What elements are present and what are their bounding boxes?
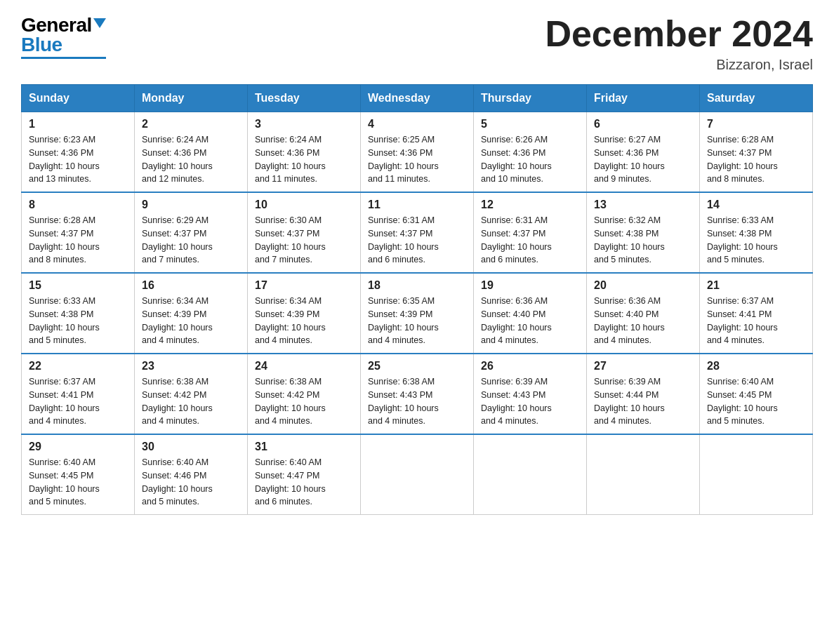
day-number: 26: [481, 360, 579, 373]
table-row: 12 Sunrise: 6:31 AMSunset: 4:37 PMDaylig…: [474, 192, 587, 273]
day-number: 8: [29, 199, 127, 211]
table-row: 1 Sunrise: 6:23 AMSunset: 4:36 PMDayligh…: [22, 112, 135, 193]
day-number: 24: [255, 360, 353, 373]
table-row: 13 Sunrise: 6:32 AMSunset: 4:38 PMDaylig…: [587, 192, 700, 273]
day-number: 14: [707, 199, 805, 211]
calendar-week-row: 1 Sunrise: 6:23 AMSunset: 4:36 PMDayligh…: [22, 112, 813, 193]
day-number: 25: [368, 360, 466, 373]
day-number: 1: [29, 118, 127, 130]
calendar-week-row: 15 Sunrise: 6:33 AMSunset: 4:38 PMDaylig…: [22, 273, 813, 354]
table-row: 6 Sunrise: 6:27 AMSunset: 4:36 PMDayligh…: [587, 112, 700, 193]
day-number: 18: [368, 279, 466, 292]
day-info: Sunrise: 6:33 AMSunset: 4:38 PMDaylight:…: [29, 295, 127, 347]
table-row: 15 Sunrise: 6:33 AMSunset: 4:38 PMDaylig…: [22, 273, 135, 354]
table-row: 18 Sunrise: 6:35 AMSunset: 4:39 PMDaylig…: [361, 273, 474, 354]
table-row: 10 Sunrise: 6:30 AMSunset: 4:37 PMDaylig…: [248, 192, 361, 273]
table-row: 14 Sunrise: 6:33 AMSunset: 4:38 PMDaylig…: [700, 192, 813, 273]
day-info: Sunrise: 6:31 AMSunset: 4:37 PMDaylight:…: [368, 214, 466, 267]
table-row: 30 Sunrise: 6:40 AMSunset: 4:46 PMDaylig…: [135, 434, 248, 515]
day-number: 31: [255, 441, 353, 453]
day-info: Sunrise: 6:37 AMSunset: 4:41 PMDaylight:…: [707, 295, 805, 347]
logo: General Blue: [21, 14, 106, 59]
table-row: 9 Sunrise: 6:29 AMSunset: 4:37 PMDayligh…: [135, 192, 248, 273]
table-row: 29 Sunrise: 6:40 AMSunset: 4:45 PMDaylig…: [22, 434, 135, 515]
day-number: 4: [368, 118, 466, 130]
day-info: Sunrise: 6:26 AMSunset: 4:36 PMDaylight:…: [481, 133, 579, 186]
header-title-block: December 2024 Bizzaron, Israel: [545, 14, 813, 73]
table-row: 3 Sunrise: 6:24 AMSunset: 4:36 PMDayligh…: [248, 112, 361, 193]
calendar-week-row: 29 Sunrise: 6:40 AMSunset: 4:45 PMDaylig…: [22, 434, 813, 515]
day-info: Sunrise: 6:29 AMSunset: 4:37 PMDaylight:…: [142, 214, 240, 267]
day-number: 29: [29, 441, 127, 453]
day-number: 17: [255, 279, 353, 292]
day-info: Sunrise: 6:33 AMSunset: 4:38 PMDaylight:…: [707, 214, 805, 267]
day-info: Sunrise: 6:38 AMSunset: 4:43 PMDaylight:…: [368, 375, 466, 428]
day-info: Sunrise: 6:28 AMSunset: 4:37 PMDaylight:…: [707, 133, 805, 186]
day-info: Sunrise: 6:40 AMSunset: 4:46 PMDaylight:…: [142, 456, 240, 509]
col-friday: Friday: [587, 85, 700, 112]
day-info: Sunrise: 6:34 AMSunset: 4:39 PMDaylight:…: [255, 295, 353, 347]
table-row: 4 Sunrise: 6:25 AMSunset: 4:36 PMDayligh…: [361, 112, 474, 193]
logo-triangle-icon: [93, 18, 106, 28]
table-row: [361, 434, 474, 515]
col-tuesday: Tuesday: [248, 85, 361, 112]
table-row: 31 Sunrise: 6:40 AMSunset: 4:47 PMDaylig…: [248, 434, 361, 515]
day-number: 22: [29, 360, 127, 373]
day-info: Sunrise: 6:38 AMSunset: 4:42 PMDaylight:…: [255, 375, 353, 428]
day-info: Sunrise: 6:34 AMSunset: 4:39 PMDaylight:…: [142, 295, 240, 347]
day-info: Sunrise: 6:37 AMSunset: 4:41 PMDaylight:…: [29, 375, 127, 428]
table-row: 28 Sunrise: 6:40 AMSunset: 4:45 PMDaylig…: [700, 354, 813, 434]
day-number: 2: [142, 118, 240, 130]
table-row: [700, 434, 813, 515]
day-number: 20: [594, 279, 692, 292]
day-number: 30: [142, 441, 240, 453]
day-info: Sunrise: 6:36 AMSunset: 4:40 PMDaylight:…: [481, 295, 579, 347]
col-thursday: Thursday: [474, 85, 587, 112]
col-sunday: Sunday: [22, 85, 135, 112]
table-row: [587, 434, 700, 515]
day-number: 28: [707, 360, 805, 373]
day-info: Sunrise: 6:32 AMSunset: 4:38 PMDaylight:…: [594, 214, 692, 267]
day-info: Sunrise: 6:25 AMSunset: 4:36 PMDaylight:…: [368, 133, 466, 186]
day-info: Sunrise: 6:40 AMSunset: 4:47 PMDaylight:…: [255, 456, 353, 509]
day-number: 16: [142, 279, 240, 292]
day-info: Sunrise: 6:31 AMSunset: 4:37 PMDaylight:…: [481, 214, 579, 267]
calendar-table: Sunday Monday Tuesday Wednesday Thursday…: [21, 84, 813, 515]
col-saturday: Saturday: [700, 85, 813, 112]
table-row: 24 Sunrise: 6:38 AMSunset: 4:42 PMDaylig…: [248, 354, 361, 434]
day-number: 23: [142, 360, 240, 373]
table-row: 25 Sunrise: 6:38 AMSunset: 4:43 PMDaylig…: [361, 354, 474, 434]
day-info: Sunrise: 6:23 AMSunset: 4:36 PMDaylight:…: [29, 133, 127, 186]
table-row: 22 Sunrise: 6:37 AMSunset: 4:41 PMDaylig…: [22, 354, 135, 434]
table-row: 8 Sunrise: 6:28 AMSunset: 4:37 PMDayligh…: [22, 192, 135, 273]
table-row: 16 Sunrise: 6:34 AMSunset: 4:39 PMDaylig…: [135, 273, 248, 354]
table-row: 27 Sunrise: 6:39 AMSunset: 4:44 PMDaylig…: [587, 354, 700, 434]
page-header: General Blue December 2024 Bizzaron, Isr…: [21, 14, 813, 73]
day-number: 12: [481, 199, 579, 211]
table-row: 5 Sunrise: 6:26 AMSunset: 4:36 PMDayligh…: [474, 112, 587, 193]
table-row: 11 Sunrise: 6:31 AMSunset: 4:37 PMDaylig…: [361, 192, 474, 273]
col-wednesday: Wednesday: [361, 85, 474, 112]
table-row: [474, 434, 587, 515]
calendar-header-row: Sunday Monday Tuesday Wednesday Thursday…: [22, 85, 813, 112]
col-monday: Monday: [135, 85, 248, 112]
table-row: 2 Sunrise: 6:24 AMSunset: 4:36 PMDayligh…: [135, 112, 248, 193]
calendar-week-row: 8 Sunrise: 6:28 AMSunset: 4:37 PMDayligh…: [22, 192, 813, 273]
location-label: Bizzaron, Israel: [545, 57, 813, 73]
table-row: 7 Sunrise: 6:28 AMSunset: 4:37 PMDayligh…: [700, 112, 813, 193]
day-info: Sunrise: 6:39 AMSunset: 4:44 PMDaylight:…: [594, 375, 692, 428]
day-number: 27: [594, 360, 692, 373]
day-info: Sunrise: 6:40 AMSunset: 4:45 PMDaylight:…: [707, 375, 805, 428]
day-info: Sunrise: 6:36 AMSunset: 4:40 PMDaylight:…: [594, 295, 692, 347]
logo-blue-text: Blue: [21, 34, 62, 56]
day-number: 3: [255, 118, 353, 130]
table-row: 23 Sunrise: 6:38 AMSunset: 4:42 PMDaylig…: [135, 354, 248, 434]
day-info: Sunrise: 6:40 AMSunset: 4:45 PMDaylight:…: [29, 456, 127, 509]
day-number: 15: [29, 279, 127, 292]
table-row: 26 Sunrise: 6:39 AMSunset: 4:43 PMDaylig…: [474, 354, 587, 434]
day-number: 10: [255, 199, 353, 211]
table-row: 17 Sunrise: 6:34 AMSunset: 4:39 PMDaylig…: [248, 273, 361, 354]
day-number: 21: [707, 279, 805, 292]
day-number: 11: [368, 199, 466, 211]
day-number: 6: [594, 118, 692, 130]
